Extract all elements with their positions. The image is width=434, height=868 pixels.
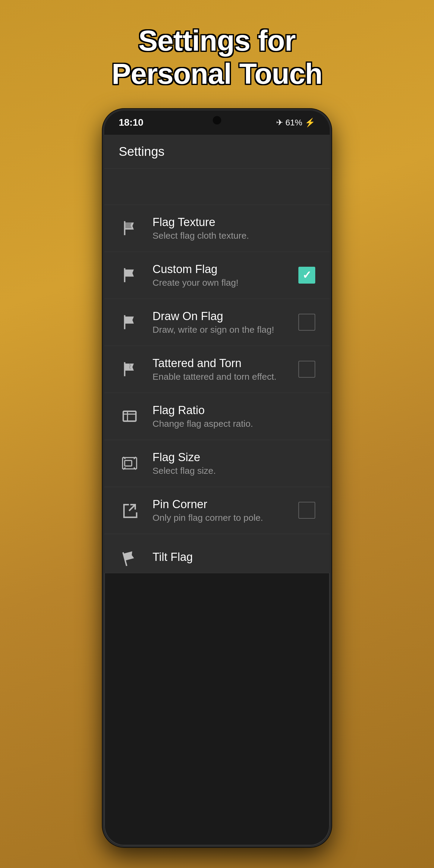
settings-item-flag-size[interactable]: Flag Size Select flag size. bbox=[104, 440, 330, 487]
flag-ratio-text: Flag Ratio Change flag aspect ratio. bbox=[153, 404, 315, 429]
flag-texture-text: Flag Texture Select flag cloth texture. bbox=[153, 216, 315, 241]
svg-rect-3 bbox=[125, 461, 132, 466]
tilt-flag-text: Tilt Flag bbox=[153, 551, 315, 565]
flag-texture-title: Flag Texture bbox=[153, 216, 315, 229]
custom-flag-text: Custom Flag Create your own flag! bbox=[153, 263, 289, 288]
settings-item-tilt-flag[interactable]: Tilt Flag bbox=[104, 534, 330, 573]
custom-flag-icon: + bbox=[119, 264, 141, 286]
empty-section bbox=[104, 169, 330, 205]
draw-on-flag-title: Draw On Flag bbox=[153, 310, 289, 323]
battery-level: 61% bbox=[285, 118, 302, 127]
flag-size-subtitle: Select flag size. bbox=[153, 466, 315, 476]
pin-corner-title: Pin Corner bbox=[153, 498, 289, 511]
draw-on-flag-icon bbox=[119, 311, 141, 333]
pin-corner-icon bbox=[119, 499, 141, 521]
page-title-line2: Personal Touch bbox=[112, 58, 322, 90]
settings-list: Flag Texture Select flag cloth texture. … bbox=[104, 205, 330, 573]
draw-on-flag-text: Draw On Flag Draw, write or sign on the … bbox=[153, 310, 289, 335]
tattered-torn-subtitle: Enable tattered and torn effect. bbox=[153, 372, 289, 382]
settings-item-draw-on-flag[interactable]: Draw On Flag Draw, write or sign on the … bbox=[104, 299, 330, 346]
flag-texture-subtitle: Select flag cloth texture. bbox=[153, 230, 315, 241]
app-header: Settings bbox=[104, 135, 330, 169]
settings-item-flag-ratio[interactable]: Flag Ratio Change flag aspect ratio. bbox=[104, 393, 330, 440]
pin-corner-text: Pin Corner Only pin flag corner to pole. bbox=[153, 498, 289, 523]
svg-rect-1 bbox=[123, 411, 136, 421]
svg-text:+: + bbox=[128, 272, 131, 278]
settings-item-flag-texture[interactable]: Flag Texture Select flag cloth texture. bbox=[104, 205, 330, 252]
custom-flag-subtitle: Create your own flag! bbox=[153, 278, 289, 288]
flag-size-title: Flag Size bbox=[153, 451, 315, 464]
page-title-line1: Settings for bbox=[138, 24, 296, 57]
tattered-torn-text: Tattered and Torn Enable tattered and to… bbox=[153, 357, 289, 382]
custom-flag-control[interactable] bbox=[299, 267, 315, 284]
flag-ratio-icon bbox=[119, 405, 141, 427]
status-time: 18:10 bbox=[119, 117, 144, 128]
tattered-torn-title: Tattered and Torn bbox=[153, 357, 289, 370]
pin-corner-control[interactable] bbox=[299, 502, 315, 519]
flag-ratio-subtitle: Change flag aspect ratio. bbox=[153, 418, 315, 429]
phone-frame: 18:10 ✈ 61% ⚡ Settings bbox=[102, 109, 332, 847]
phone-screen: 18:10 ✈ 61% ⚡ Settings bbox=[102, 109, 332, 847]
tilt-flag-title: Tilt Flag bbox=[153, 551, 315, 564]
settings-item-custom-flag[interactable]: + Custom Flag Create your own flag! bbox=[104, 252, 330, 299]
draw-on-flag-subtitle: Draw, write or sign on the flag! bbox=[153, 324, 289, 335]
camera-notch bbox=[213, 116, 221, 124]
custom-flag-title: Custom Flag bbox=[153, 263, 289, 276]
draw-on-flag-checkbox[interactable] bbox=[299, 314, 315, 331]
pin-corner-checkbox[interactable] bbox=[299, 502, 315, 519]
airplane-icon: ✈ bbox=[276, 118, 283, 127]
battery-icon: ⚡ bbox=[305, 118, 315, 127]
draw-on-flag-control[interactable] bbox=[299, 314, 315, 331]
tilt-flag-icon bbox=[119, 547, 141, 569]
pin-corner-subtitle: Only pin flag corner to pole. bbox=[153, 513, 289, 523]
settings-item-pin-corner[interactable]: Pin Corner Only pin flag corner to pole. bbox=[104, 487, 330, 534]
tattered-torn-icon bbox=[119, 358, 141, 380]
flag-ratio-title: Flag Ratio bbox=[153, 404, 315, 417]
page-title: Settings for Personal Touch bbox=[75, 0, 358, 109]
tattered-torn-checkbox[interactable] bbox=[299, 361, 315, 378]
custom-flag-checkbox[interactable] bbox=[299, 267, 315, 284]
flag-size-text: Flag Size Select flag size. bbox=[153, 451, 315, 476]
status-right: ✈ 61% ⚡ bbox=[276, 118, 315, 127]
flag-size-icon bbox=[119, 453, 141, 474]
app-header-title: Settings bbox=[119, 144, 164, 158]
flag-texture-icon bbox=[119, 217, 141, 239]
settings-item-tattered-torn[interactable]: Tattered and Torn Enable tattered and to… bbox=[104, 346, 330, 393]
tattered-torn-control[interactable] bbox=[299, 361, 315, 378]
